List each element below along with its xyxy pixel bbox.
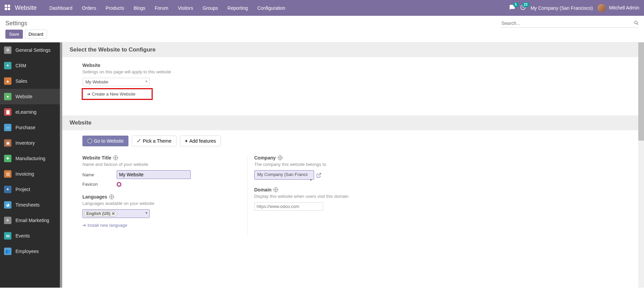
language-chip[interactable]: English (US) ✕: [84, 211, 117, 217]
control-panel: Settings Save Discard: [0, 16, 644, 42]
sidebar-icon: ✚: [4, 155, 11, 162]
globe-icon: [273, 187, 278, 192]
domain-input[interactable]: [254, 202, 323, 211]
nav-orders[interactable]: Orders: [77, 5, 101, 11]
sidebar-item-events[interactable]: 🎟Events: [0, 228, 60, 244]
pick-theme-button[interactable]: Pick a Theme: [132, 136, 176, 146]
remove-language-icon[interactable]: ✕: [112, 211, 115, 216]
nav-visitors[interactable]: Visitors: [173, 5, 198, 11]
company-select[interactable]: My Company (San Francisco): [254, 170, 314, 180]
avatar: [598, 4, 606, 12]
conversations-icon[interactable]: 5: [509, 4, 515, 11]
clock-badge: 23: [522, 2, 529, 7]
globe-icon: [109, 194, 114, 199]
sidebar-icon: ✦: [4, 62, 11, 69]
domain-desc: Display this website when users visit th…: [254, 194, 409, 199]
sidebar-item-label: eLearning: [15, 109, 36, 115]
add-features-button[interactable]: + Add features: [180, 136, 221, 146]
sidebar-icon: ●: [4, 93, 11, 100]
sidebar-item-employees[interactable]: 👥Employees: [0, 244, 60, 259]
sidebar-item-timesheets[interactable]: ◕Timesheets: [0, 197, 60, 213]
content-scrollbar[interactable]: [638, 42, 644, 288]
sidebar-item-label: Employees: [15, 249, 39, 254]
select-block-title: Website: [82, 63, 631, 68]
domain-label: Domain: [254, 187, 271, 192]
user-menu[interactable]: Mitchell Admin: [598, 4, 639, 12]
svg-rect-1: [8, 5, 10, 7]
company-switcher[interactable]: My Company (San Francisco): [531, 5, 593, 11]
external-link-icon[interactable]: [316, 173, 321, 177]
nav-forum[interactable]: Forum: [150, 5, 173, 11]
search-box[interactable]: [501, 19, 639, 28]
nav-reporting[interactable]: Reporting: [223, 5, 253, 11]
sidebar-item-label: Purchase: [15, 125, 35, 130]
sidebar-icon: ▇: [4, 108, 11, 116]
languages-label: Languages: [82, 194, 107, 200]
apps-icon[interactable]: [5, 5, 10, 11]
sidebar-item-general-settings[interactable]: ⚙General Settings: [0, 42, 60, 58]
company-select-value: My Company (San Francisco): [257, 172, 308, 177]
nav-dashboard[interactable]: Dashboard: [45, 5, 77, 11]
sidebar-item-crm[interactable]: ✦CRM: [0, 58, 60, 73]
pick-theme-label: Pick a Theme: [143, 138, 171, 144]
section-header-website: Website: [62, 115, 638, 130]
sidebar-item-sales[interactable]: ▲Sales: [0, 73, 60, 89]
svg-rect-3: [8, 8, 10, 10]
sidebar-item-label: Events: [15, 233, 30, 239]
website-name-input[interactable]: [117, 170, 191, 179]
settings-content: Select the Website to Configure Website …: [62, 42, 638, 288]
create-website-button[interactable]: ➔ Create a New Website: [83, 89, 151, 99]
sidebar-item-label: Invoicing: [15, 171, 34, 177]
website-select[interactable]: My Website: [82, 78, 150, 86]
sidebar-item-inventory[interactable]: ▣Inventory: [0, 135, 60, 151]
nav-blogs[interactable]: Blogs: [129, 5, 150, 11]
search-input[interactable]: [501, 19, 634, 27]
svg-rect-0: [5, 5, 7, 7]
sidebar-item-website[interactable]: ●Website: [0, 89, 60, 104]
website-title-label: Website Title: [82, 155, 111, 160]
favicon-preview[interactable]: [117, 182, 121, 187]
arrow-right-icon: ➔: [87, 92, 90, 97]
sidebar-icon: ▣: [4, 139, 11, 147]
sidebar-item-invoicing[interactable]: ▤Invoicing: [0, 166, 60, 182]
sidebar-icon: 👥: [4, 248, 11, 255]
sidebar-item-label: Email Marketing: [15, 218, 49, 223]
globe-icon: [87, 139, 92, 143]
activities-icon[interactable]: 23: [520, 4, 526, 11]
sidebar-item-label: Project: [15, 187, 30, 192]
sidebar-item-email-marketing[interactable]: ✈Email Marketing: [0, 213, 60, 228]
select-block-desc: Settings on this page will apply to this…: [82, 69, 631, 74]
language-chip-label: English (US): [86, 211, 110, 216]
sidebar-icon: ▭: [4, 124, 11, 131]
website-title-desc: Name and favicon of your website: [82, 162, 244, 167]
search-icon[interactable]: [634, 21, 639, 26]
nav-products[interactable]: Products: [101, 5, 129, 11]
sidebar-item-purchase[interactable]: ▭Purchase: [0, 120, 60, 135]
brush-icon: [137, 138, 141, 144]
languages-desc: Languages available on your website: [82, 201, 244, 206]
sidebar-item-elearning[interactable]: ▇eLearning: [0, 104, 60, 120]
go-to-website-button[interactable]: Go to Website: [82, 136, 128, 146]
svg-rect-2: [5, 8, 7, 10]
install-language-link[interactable]: ➔ Install new language: [82, 223, 127, 228]
sidebar-item-label: Sales: [15, 78, 27, 84]
sidebar-icon: ✦: [4, 186, 11, 193]
sidebar-item-label: General Settings: [15, 47, 50, 53]
sidebar-scrollbar[interactable]: [60, 42, 62, 288]
globe-icon: [278, 155, 282, 160]
plus-icon: +: [185, 138, 188, 144]
settings-sidebar: ⚙General Settings✦CRM▲Sales●Website▇eLea…: [0, 42, 60, 288]
nav-configuration[interactable]: Configuration: [253, 5, 290, 11]
user-name: Mitchell Admin: [609, 5, 639, 10]
sidebar-item-project[interactable]: ✦Project: [0, 182, 60, 197]
sidebar-item-manufacturing[interactable]: ✚Manufacturing: [0, 151, 60, 166]
sidebar-item-label: Manufacturing: [15, 156, 45, 161]
app-brand[interactable]: Website: [15, 4, 37, 11]
go-to-website-label: Go to Website: [94, 138, 123, 144]
languages-select[interactable]: English (US) ✕: [82, 209, 150, 218]
discard-button[interactable]: Discard: [25, 30, 47, 39]
save-button[interactable]: Save: [5, 30, 23, 39]
sidebar-icon: ▲: [4, 77, 11, 85]
nav-groups[interactable]: Groups: [198, 5, 223, 11]
name-label: Name: [82, 172, 117, 177]
